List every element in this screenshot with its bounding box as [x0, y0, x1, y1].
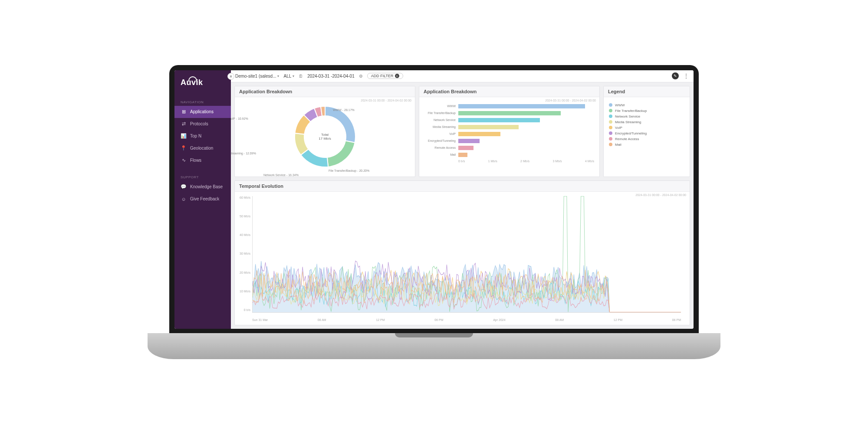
legend-item[interactable]: File Transfer/Backup: [609, 109, 684, 113]
more-menu-icon[interactable]: ⋮: [683, 72, 689, 79]
bar-fill: [458, 125, 519, 129]
filter-icon: ⚙: [359, 74, 363, 79]
legend-dot-icon: [609, 115, 612, 118]
x-axis: Sun 31 Mar08 AM12 PM06 PMApr 202408 AM12…: [252, 318, 681, 321]
temporal-plot: [252, 196, 681, 313]
calendar-icon: 🗓: [299, 74, 303, 79]
nav-icon: ∿: [181, 157, 187, 164]
legend-dot-icon: [609, 131, 612, 135]
support-header: SUPPORT: [174, 173, 231, 181]
legend-item[interactable]: WWW: [609, 103, 684, 107]
legend-dot-icon: [609, 126, 612, 129]
legend-dot-icon: [609, 103, 612, 107]
legend-dot-icon: [609, 120, 612, 124]
bar-label: Network Service: [424, 118, 456, 121]
legend-label: Mail: [615, 143, 621, 147]
legend-label: Remote Access: [615, 137, 639, 141]
nav-label: Applications: [190, 109, 214, 114]
laptop-base: [148, 333, 720, 359]
sidebar-item-geolocation[interactable]: 📍Geolocation: [174, 142, 231, 154]
date-range-picker[interactable]: 2024-03-31 -2024-04-01: [307, 74, 354, 79]
legend-item[interactable]: Remote Access: [609, 137, 684, 141]
legend-item[interactable]: Mail: [609, 143, 684, 147]
legend-item[interactable]: VoIP: [609, 126, 684, 130]
bar-x-axis: 0 b/s1 Mb/s2 Mb/s3 Mb/s4 Mb/s: [458, 160, 594, 163]
panel-title: Application Breakdown: [419, 86, 599, 97]
legend-list: WWWFile Transfer/BackupNetwork ServiceMe…: [606, 100, 687, 150]
nav-icon: 📍: [181, 145, 187, 151]
bar-label: Remote Access: [424, 146, 456, 149]
nav-label: Top N: [190, 134, 201, 138]
y-axis: 60 Mb/s50 Mb/s40 Mb/s30 Mb/s20 Mb/s10 Mb…: [237, 196, 250, 312]
bar-fill: [458, 146, 473, 150]
bar-row: Mail: [424, 153, 594, 157]
sidebar-toggle-button[interactable]: ≡: [227, 73, 234, 80]
donut-slice-label: VoIP - 10.92%: [231, 117, 248, 120]
sidebar-item-give-feedback[interactable]: ☺Give Feedback: [174, 193, 231, 205]
nav-label: Give Feedback: [190, 196, 219, 201]
nav-icon: 📊: [181, 133, 187, 139]
legend-item[interactable]: Media Streaming: [609, 120, 684, 124]
bar-label: Encrypted/Tunneling: [424, 139, 456, 142]
dashboard-content: Application Breakdown 2024-03-31 00:00 -…: [231, 82, 694, 329]
panel-title: Legend: [604, 86, 690, 97]
legend-dot-icon: [609, 137, 612, 141]
edit-icon[interactable]: ✎: [672, 72, 679, 79]
temporal-panel: Temporal Evolution 2024-03-31 00:00 - 20…: [234, 180, 690, 325]
bar-row: File Transfer/Backup: [424, 111, 594, 115]
legend-dot-icon: [609, 109, 612, 112]
legend-dot-icon: [609, 143, 612, 146]
bar-fill: [458, 118, 540, 122]
topbar: ≡ Demo-site1 (salesd... ALL 🗓 2024-03-31…: [231, 70, 694, 82]
sidebar: Auvik NAVIGATION ⊞Applications⇄Protocols…: [174, 70, 231, 329]
sidebar-item-knowledge-base[interactable]: 💬Knowledge Base: [174, 181, 231, 193]
bar-fill: [458, 153, 467, 157]
nav-icon: ⇄: [181, 121, 187, 127]
bar-row: Remote Access: [424, 146, 594, 150]
bar-fill: [458, 132, 500, 136]
donut-slice-label: WWW - 28.17%: [333, 108, 355, 111]
laptop-mockup: Auvik NAVIGATION ⊞Applications⇄Protocols…: [169, 65, 699, 377]
brand-logo: Auvik: [174, 70, 231, 98]
legend-item[interactable]: Network Service: [609, 115, 684, 118]
donut-slice-label: File Transfer/Backup - 20.20%: [329, 169, 369, 172]
donut-center-value: 17 Mb/s: [319, 137, 331, 141]
line-chart: [253, 196, 681, 312]
legend-label: VoIP: [615, 126, 622, 130]
add-filter-button[interactable]: ADD FILTER: [367, 73, 403, 79]
sidebar-item-flows[interactable]: ∿Flows: [174, 154, 231, 167]
legend-label: Network Service: [615, 115, 640, 118]
nav-icon: ☺: [181, 196, 187, 202]
bar-fill: [458, 139, 480, 143]
site-selector[interactable]: Demo-site1 (salesd...: [235, 74, 279, 79]
scope-selector[interactable]: ALL: [283, 74, 294, 79]
nav-label: Flows: [190, 158, 201, 163]
legend-label: Media Streaming: [615, 120, 641, 124]
bar-label: VoIP: [424, 132, 456, 135]
bar-row: WWW: [424, 104, 594, 108]
bar-fill: [458, 104, 585, 108]
timestamp-label: 2024-03-31 00:00 - 2024-04-02 00:00: [545, 99, 596, 102]
nav-icon: 💬: [181, 184, 187, 190]
sidebar-item-applications[interactable]: ⊞Applications: [174, 106, 231, 118]
bar-label: Media Streaming: [424, 125, 456, 128]
laptop-bezel: Auvik NAVIGATION ⊞Applications⇄Protocols…: [169, 65, 699, 334]
bar-chart: WWWFile Transfer/BackupNetwork ServiceMe…: [422, 100, 597, 174]
donut-panel: Application Breakdown 2024-03-31 00:00 -…: [234, 86, 415, 177]
sidebar-item-top-n[interactable]: 📊Top N: [174, 130, 231, 142]
panel-title: Temporal Evolution: [235, 181, 690, 192]
panel-title: Application Breakdown: [235, 86, 415, 97]
nav-icon: ⊞: [181, 109, 187, 115]
bar-row: Media Streaming: [424, 125, 594, 129]
bar-label: Mail: [424, 153, 456, 156]
legend-label: Encrypted/Tunneling: [615, 131, 647, 135]
app-screen: Auvik NAVIGATION ⊞Applications⇄Protocols…: [174, 70, 694, 329]
donut-center-label: Total: [319, 133, 331, 137]
bar-label: WWW: [424, 105, 456, 108]
bar-panel: Application Breakdown 2024-03-31 00:00 -…: [419, 86, 600, 177]
legend-label: File Transfer/Backup: [615, 109, 647, 113]
bar-row: VoIP: [424, 132, 594, 136]
sidebar-item-protocols[interactable]: ⇄Protocols: [174, 118, 231, 130]
nav-label: Knowledge Base: [190, 184, 223, 189]
legend-item[interactable]: Encrypted/Tunneling: [609, 131, 684, 135]
